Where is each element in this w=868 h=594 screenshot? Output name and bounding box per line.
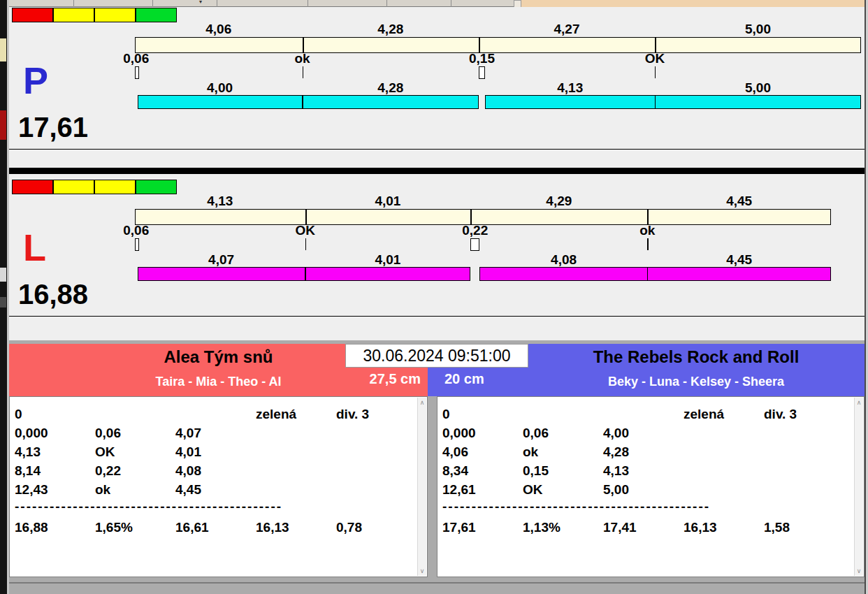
chevron-down-icon: ▾ (199, 0, 202, 5)
jump-height-left: 27,5 cm (370, 371, 421, 387)
datetime-display: 30.06.2024 09:51:00 (345, 344, 528, 368)
net-time-bar-segment (647, 267, 831, 281)
result-cell: 0 (442, 407, 450, 422)
change-loss-marker (479, 66, 485, 79)
result-table-right: ∧ ∨ 0zelenádiv. 30,0000,064,004,06ok4,28… (437, 396, 865, 577)
net-segment-label: 4,13 (557, 80, 583, 96)
net-time-bar-segment (305, 267, 471, 281)
summary-cell: 16,13 (683, 520, 717, 535)
summary-cell: 1,65% (95, 520, 133, 535)
scroll-down-arrow[interactable]: ∨ (418, 566, 426, 576)
result-cell: 4,01 (175, 444, 201, 460)
toolbar-divider (152, 0, 153, 7)
result-cell: ok (523, 444, 538, 460)
change-ok-marker (655, 66, 656, 78)
change-ok-marker (303, 66, 304, 78)
toolbar-divider (451, 0, 451, 7)
result-cell: 4,07 (175, 426, 201, 441)
summary-cell: 16,88 (15, 520, 48, 535)
result-cell: 8,14 (15, 463, 41, 479)
toolbar-divider (217, 0, 217, 7)
change-loss-marker (135, 238, 139, 251)
net-segment-label: 4,45 (726, 252, 752, 268)
summary-cell: 0,78 (336, 520, 362, 535)
summary-cell: 17,41 (603, 520, 637, 535)
change-loss-label: 0,22 (462, 223, 488, 238)
net-time-bar-segment (485, 95, 656, 109)
traffic-light-1 (53, 180, 94, 194)
result-cell: 12,43 (15, 482, 48, 498)
net-time-bar-segment (138, 267, 305, 281)
change-loss-label: 0,06 (123, 223, 149, 238)
gross-segment-label: 4,27 (554, 22, 580, 37)
background-toolbar-fragment: ▾ (9, 0, 515, 7)
gross-bar-tick (303, 38, 304, 52)
change-loss-label: 0,15 (469, 51, 495, 66)
result-cell: OK (95, 444, 115, 460)
background-fragment (0, 38, 6, 61)
net-segment-label: 5,00 (745, 80, 771, 96)
gross-bar-tick (470, 210, 472, 224)
result-cell: 12,61 (442, 482, 476, 498)
result-cell: 0,15 (523, 463, 549, 479)
gross-bar-tick (305, 210, 307, 224)
summary-cell: 17,61 (442, 520, 476, 535)
change-ok-marker (305, 238, 307, 250)
net-segment-label: 4,01 (375, 252, 400, 268)
traffic-light-3 (136, 8, 177, 22)
gross-segment-label: 5,00 (745, 22, 771, 37)
traffic-light-0 (12, 180, 53, 194)
gross-segment-label: 4,01 (375, 194, 400, 209)
traffic-light-2 (94, 180, 136, 194)
result-cell: 4,13 (603, 463, 629, 479)
change-loss-marker (135, 66, 139, 79)
result-cell: 0 (15, 407, 22, 422)
result-cell: zelená (256, 407, 296, 422)
change-loss-label: OK (645, 51, 665, 66)
lane-p-total-time: 17,61 (18, 113, 88, 141)
net-time-bar-segment (303, 95, 479, 109)
vertical-scrollbar[interactable]: ∧ ∨ (854, 398, 863, 576)
toolbar-divider (386, 0, 387, 7)
lane-p-timing-canvas: 4,064,284,275,000,064,00ok4,280,154,13OK… (9, 7, 865, 149)
traffic-light-2 (94, 8, 136, 22)
gross-segment-label: 4,29 (546, 194, 572, 209)
scroll-up-arrow[interactable]: ∧ (418, 398, 426, 407)
net-segment-label: 4,28 (377, 80, 403, 96)
change-loss-label: 0,06 (123, 51, 149, 66)
result-cell: OK (523, 482, 543, 498)
result-cell: 4,13 (15, 444, 41, 460)
summary-cell: 1,58 (764, 520, 790, 535)
gross-bar-tick (655, 38, 656, 52)
lane-l-letter: L (23, 229, 46, 266)
result-cell: ok (95, 482, 110, 498)
change-loss-label: ok (639, 223, 655, 238)
gross-bar-tick (647, 210, 649, 224)
background-fragment (0, 268, 6, 282)
gross-bar-tick (479, 38, 480, 52)
vertical-scrollbar[interactable]: ∧ ∨ (417, 398, 426, 576)
change-ok-marker (647, 238, 649, 250)
jump-height-right: 20 cm (444, 371, 484, 387)
toolbar-divider (308, 0, 308, 7)
result-cell: 0,06 (95, 426, 121, 441)
lane-panel-p: 4,064,284,275,000,064,00ok4,280,154,13OK… (9, 7, 865, 149)
scroll-down-arrow[interactable]: ∨ (855, 566, 863, 576)
lane-l-timing-canvas: 4,134,014,294,450,064,07OK4,010,224,08ok… (9, 179, 865, 321)
traffic-light-3 (136, 180, 177, 194)
gross-segment-label: 4,28 (377, 22, 403, 37)
change-loss-marker (470, 238, 479, 251)
scroll-up-arrow[interactable]: ∧ (855, 398, 863, 407)
net-segment-label: 4,07 (208, 252, 234, 268)
result-cell: zelená (683, 407, 724, 422)
separator-strip (9, 316, 865, 340)
gross-segment-label: 4,45 (726, 194, 752, 209)
gross-segment-label: 4,13 (207, 194, 233, 209)
window-bottom-edge (9, 582, 865, 584)
result-cell: 4,08 (175, 463, 201, 479)
lane-p-letter: P (23, 61, 48, 99)
result-table-left: ∧ ∨ 0zelenádiv. 30,0000,064,074,13OK4,01… (9, 396, 428, 577)
summary-cell: 16,61 (175, 520, 209, 535)
result-cell: div. 3 (336, 407, 369, 422)
result-cell: div. 3 (764, 407, 797, 422)
